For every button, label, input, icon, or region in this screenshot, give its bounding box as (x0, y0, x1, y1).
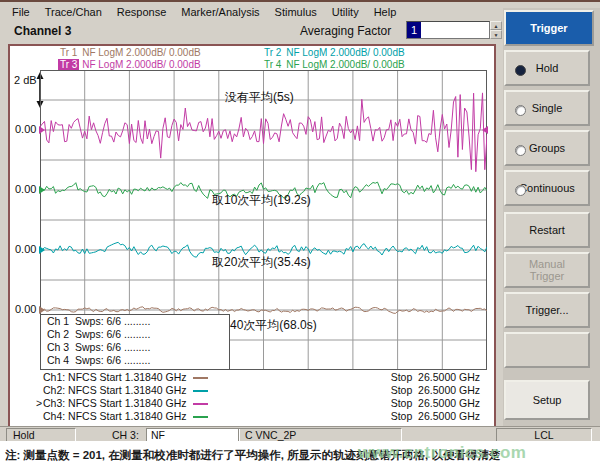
channel-start-text: Ch1: NFCS Start 1.31840 GHz (43, 371, 187, 384)
sweep-status-box: Ch 1 Swps: 6/6 ......... Ch 2 Swps: 6/6 … (40, 314, 230, 370)
averaging-factor-input[interactable]: 1 (406, 21, 490, 39)
channel-start-text: Ch4: NFCS Start 1.31840 GHz (43, 410, 187, 423)
instrument-display: Tr 1 NF LogM 2.000dB/ 0.00dB Tr 2 NF Log… (8, 44, 496, 428)
ref-level-2: 0.00 (15, 183, 41, 195)
radio-icon (515, 145, 526, 156)
channel-stop-text: Stop 26.5000 GHz (391, 397, 480, 410)
analyzer-window: File Trace/Chan Response Marker/Analysis… (0, 0, 600, 441)
trace1-def: NF LogM 2.000dB/ 0.00dB (79, 47, 200, 58)
trace1-legend-dash-icon (193, 377, 208, 379)
channel-start-text: Ch2: NFCS Start 1.31840 GHz (43, 384, 187, 397)
figure-caption-area: 注: 测量点数 = 201, 在测量和校准时都进行了平均操作, 所显示的轨迹刻意… (0, 441, 600, 469)
softkey-blank[interactable] (504, 332, 590, 368)
softkey-continuous[interactable]: Continuous (504, 170, 590, 206)
ref-level-3: 0.00 (15, 243, 41, 255)
annotation-no-averaging: 没有平均(5s) (225, 89, 294, 106)
trace1-id[interactable]: Tr 1 (58, 47, 79, 58)
sweep-status-ch3: Ch 3 Swps: 6/6 ......... (41, 341, 229, 354)
status-channel-label: CH 3: (112, 429, 139, 441)
trace2-id[interactable]: Tr 2 (262, 47, 283, 58)
spinner-down-icon[interactable]: ▼ (490, 30, 502, 39)
trace2-def: NF LogM 2.000dB/ 0.00dB (283, 47, 404, 58)
channel-row-ch1[interactable]: Ch1: NFCS Start 1.31840 GHzStop 26.5000 … (36, 371, 480, 384)
ref-level-4: 0.00 (15, 303, 41, 315)
softkey-label: Single (532, 102, 563, 114)
menu-marker-analysis[interactable]: Marker/Analysis (181, 6, 259, 18)
sweep-status-ch1: Ch 1 Swps: 6/6 ......... (41, 315, 229, 328)
averaging-factor-label: Averaging Factor (300, 24, 391, 38)
channel-start-text: Ch3: NFCS Start 1.31840 GHz (43, 397, 187, 410)
trace3-status: Tr 3 NF LogM 2.000dB/ 0.00dB (58, 59, 201, 70)
averaging-factor-value: 1 (407, 22, 421, 38)
channel-frequency-list: Ch1: NFCS Start 1.31840 GHzStop 26.5000 … (36, 371, 480, 423)
softkey-hold[interactable]: Hold (504, 50, 590, 86)
channel-row-ch4[interactable]: Ch4: NFCS Start 1.31840 GHzStop 26.5000 … (36, 410, 480, 423)
ref-level-1: 0.00 (15, 123, 41, 135)
softkey-label: Groups (529, 142, 565, 154)
softkey-menu: Trigger Hold Single Groups Continuous Re… (503, 8, 600, 426)
trace4-def: NF LogM 2.000dB/ 0.00dB (283, 59, 404, 70)
trace1-status: Tr 1 NF LogM 2.000dB/ 0.00dB (58, 47, 201, 58)
annotation-20-averages: 取20次平均(35.4s) (212, 254, 311, 271)
radio-icon (515, 65, 526, 76)
trace2-ref-marker-icon (39, 246, 45, 254)
softkey-single[interactable]: Single (504, 90, 590, 126)
softkey-label: Continuous (519, 182, 575, 194)
spinner-up-icon[interactable]: ▲ (490, 21, 502, 30)
radio-icon (515, 185, 526, 196)
softkey-menu-title: Trigger (504, 10, 594, 46)
trace4-legend-dash-icon (193, 416, 208, 418)
averaging-factor-spinner: ▲ ▼ (490, 21, 502, 39)
softkey-groups[interactable]: Groups (504, 130, 590, 166)
radio-icon (515, 105, 526, 116)
plot-area: 没有平均(5s) 取10次平均(19.2s) 取20次平均(35.4s) 取40… (40, 70, 487, 370)
trace3-def: NF LogM 2.000dB/ 0.00dB (79, 59, 200, 70)
menu-response[interactable]: Response (117, 6, 167, 18)
menu-file[interactable]: File (12, 6, 30, 18)
trace4-id[interactable]: Tr 4 (262, 59, 283, 70)
channel-stop-text: Stop 26.5000 GHz (391, 410, 480, 423)
trace2-legend-dash-icon (193, 390, 208, 392)
softkey-manual-trigger: ManualTrigger (504, 252, 590, 288)
trace4-status: Tr 4 NF LogM 2.000dB/ 0.00dB (262, 59, 405, 70)
softkey-label: Hold (536, 62, 559, 74)
softkey-restart[interactable]: Restart (504, 212, 590, 248)
channel-row-ch2[interactable]: Ch2: NFCS Start 1.31840 GHzStop 26.5000 … (36, 384, 480, 397)
softkey-label: Trigger (529, 270, 565, 282)
annotation-40-averages: 取40次平均(68.0s) (218, 317, 317, 334)
watermark-text: www.cntronics.com (358, 443, 526, 463)
menu-trace-chan[interactable]: Trace/Chan (45, 6, 102, 18)
sweep-status-ch2: Ch 2 Swps: 6/6 ......... (41, 328, 229, 341)
menu-utility[interactable]: Utility (332, 6, 359, 18)
channel-title: Channel 3 (14, 24, 71, 38)
trace4-ref-marker-icon (39, 186, 45, 194)
channel-stop-text: Stop 26.5000 GHz (391, 371, 480, 384)
trace3-id[interactable]: Tr 3 (58, 59, 79, 70)
annotation-10-averages: 取10次平均(19.2s) (212, 192, 311, 209)
trace3-legend-dash-icon (193, 403, 208, 405)
channel-row-ch3[interactable]: >Ch3: NFCS Start 1.31840 GHzStop 26.5000… (36, 397, 480, 410)
softkey-trigger-dialog[interactable]: Trigger... (504, 292, 590, 328)
trace3-ref-marker-icon (39, 126, 45, 134)
menu-stimulus[interactable]: Stimulus (275, 6, 317, 18)
channel-stop-text: Stop 26.5000 GHz (391, 384, 480, 397)
softkey-setup[interactable]: Setup (504, 380, 590, 420)
softkey-label: Manual (529, 258, 565, 270)
trace2-status: Tr 2 NF LogM 2.000dB/ 0.00dB (262, 47, 405, 58)
menu-help[interactable]: Help (374, 6, 397, 18)
trace3-right-ref-marker-icon (482, 126, 488, 134)
sweep-status-ch4: Ch 4 Swps: 6/6 ......... (41, 354, 229, 367)
active-channel-marker: > (36, 397, 43, 410)
trace1-ref-marker-icon (39, 306, 45, 314)
